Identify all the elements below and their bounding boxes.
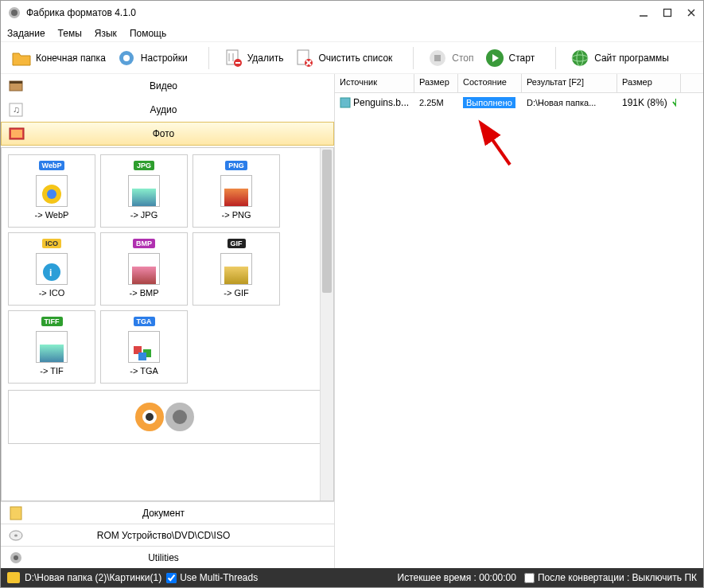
- separator: [413, 47, 414, 69]
- gear-icon: [7, 549, 25, 567]
- svg-line-47: [482, 125, 510, 165]
- minimize-button[interactable]: [638, 7, 649, 18]
- multithread-toggle[interactable]: Use Multi-Threads: [166, 572, 258, 583]
- format-gif[interactable]: GIF-> GIF: [193, 232, 280, 306]
- cell-result: D:\Новая папка...: [522, 96, 617, 109]
- size2-text: 191K (8%): [622, 97, 667, 108]
- svg-point-38: [146, 413, 154, 421]
- thumb-icon: [220, 175, 252, 207]
- th-size2[interactable]: Размер: [617, 74, 681, 92]
- stop-button[interactable]: Стоп: [423, 45, 476, 71]
- th-result[interactable]: Результат [F2]: [522, 74, 617, 92]
- maximize-button[interactable]: [662, 7, 673, 18]
- menu-lang[interactable]: Язык: [95, 28, 117, 39]
- format-jpg[interactable]: JPG-> JPG: [100, 154, 188, 228]
- menu-task[interactable]: Задание: [7, 28, 45, 39]
- category-audio[interactable]: ♫ Аудио: [1, 98, 334, 122]
- format-tga[interactable]: TGA-> TGA: [100, 310, 188, 384]
- output-label: Конечная папка: [36, 53, 106, 64]
- folder-icon[interactable]: [7, 572, 20, 583]
- multithread-checkbox[interactable]: [166, 573, 177, 583]
- after-conversion-toggle[interactable]: После конвертации : Выключить ПК: [524, 572, 697, 583]
- after-checkbox[interactable]: [524, 573, 535, 583]
- clear-button[interactable]: Очистить список: [290, 45, 395, 71]
- scrollbar-vertical[interactable]: [320, 148, 333, 500]
- remove-label: Удалить: [247, 53, 284, 64]
- svg-point-43: [14, 534, 18, 536]
- folder-icon: [10, 47, 33, 69]
- th-state[interactable]: Состояние: [458, 74, 522, 92]
- options-button[interactable]: Настройки: [112, 45, 191, 71]
- table-row[interactable]: Penguins.b... 2.25M Выполнено D:\Новая п…: [335, 93, 703, 112]
- output-folder-button[interactable]: Конечная папка: [7, 45, 109, 71]
- status-path[interactable]: D:\Новая папка (2)\Картинки(1): [25, 572, 161, 583]
- clear-label: Очистить список: [318, 53, 392, 64]
- thumb-icon: [220, 253, 252, 285]
- remove-icon: [222, 47, 244, 69]
- svg-point-1: [11, 10, 18, 16]
- thumb-icon: i: [36, 253, 68, 285]
- scrollbar-thumb[interactable]: [322, 150, 332, 293]
- format-ico[interactable]: ICOi-> ICO: [8, 232, 95, 306]
- category-list-top: Видео ♫ Аудио Фото: [1, 74, 334, 146]
- close-button[interactable]: [686, 7, 697, 18]
- thumb-icon: [128, 331, 160, 363]
- svg-rect-18: [434, 55, 441, 61]
- format-all-row[interactable]: [8, 390, 327, 444]
- audio-icon: ♫: [7, 101, 25, 119]
- category-document[interactable]: Документ: [1, 501, 334, 524]
- remove-button[interactable]: Удалить: [219, 45, 287, 71]
- after-label: После конвертации : Выключить ПК: [538, 572, 697, 583]
- homepage-button[interactable]: Сайт программы: [566, 45, 672, 71]
- category-rom[interactable]: ROM Устройство\DVD\CD\ISO: [1, 524, 334, 546]
- format-badge: JPG: [134, 161, 154, 170]
- format-badge: BMP: [133, 239, 155, 248]
- source-text: Penguins.b...: [353, 97, 409, 108]
- th-size[interactable]: Размер: [414, 74, 458, 92]
- thumb-icon: [128, 253, 160, 285]
- category-label: Видео: [33, 80, 328, 92]
- format-label: -> BMP: [130, 288, 159, 298]
- app-icon: [7, 6, 21, 20]
- svg-point-7: [123, 55, 130, 61]
- format-label: -> TIF: [40, 366, 63, 376]
- clear-icon: [293, 47, 315, 69]
- category-label: Документ: [33, 508, 328, 519]
- format-webp[interactable]: WebP-> WebP: [8, 154, 95, 228]
- main: Видео ♫ Аудио Фото WebP-> WebP JPG-> JPG…: [1, 74, 703, 568]
- format-label: -> ICO: [39, 288, 65, 298]
- svg-text:i: i: [49, 267, 52, 278]
- format-bmp[interactable]: BMP-> BMP: [100, 232, 188, 306]
- menu-help[interactable]: Помощь: [130, 28, 166, 39]
- separator: [208, 47, 209, 69]
- menu-skin[interactable]: Темы: [58, 28, 82, 39]
- format-png[interactable]: PNG-> PNG: [193, 154, 280, 228]
- elapsed-value: 00:00:00: [479, 572, 516, 583]
- format-grid-scroll: WebP-> WebP JPG-> JPG PNG-> PNG ICOi-> I…: [1, 147, 334, 501]
- svg-rect-41: [10, 507, 21, 520]
- annotation-arrow: [470, 117, 518, 173]
- all-formats-icon: [132, 397, 204, 437]
- format-badge: ICO: [42, 239, 61, 248]
- category-video[interactable]: Видео: [1, 74, 334, 98]
- titlebar: Фабрика форматов 4.1.0: [1, 1, 703, 25]
- document-icon: [7, 504, 25, 522]
- start-icon: [484, 47, 506, 69]
- image-file-icon: [340, 97, 351, 108]
- cell-source: Penguins.b...: [335, 95, 414, 110]
- homepage-label: Сайт программы: [594, 53, 669, 64]
- svg-point-45: [14, 555, 18, 560]
- format-badge: TGA: [134, 317, 155, 326]
- cell-size2: 191K (8%): [617, 95, 681, 110]
- globe-icon: [569, 47, 591, 69]
- cell-size: 2.25M: [414, 96, 458, 109]
- category-label: Utilities: [33, 552, 328, 563]
- format-tif[interactable]: TIFF-> TIF: [8, 310, 95, 384]
- elapsed-time: Истекшее время : 00:00:00: [398, 572, 516, 583]
- format-grid: WebP-> WebP JPG-> JPG PNG-> PNG ICOi-> I…: [2, 148, 333, 390]
- category-utilities[interactable]: Utilities: [1, 546, 334, 568]
- th-source[interactable]: Источник: [335, 74, 414, 92]
- start-button[interactable]: Старт: [480, 45, 539, 71]
- category-picture[interactable]: Фото: [1, 122, 334, 146]
- toolbar: Конечная папка Настройки Удалить Очистит…: [1, 42, 703, 74]
